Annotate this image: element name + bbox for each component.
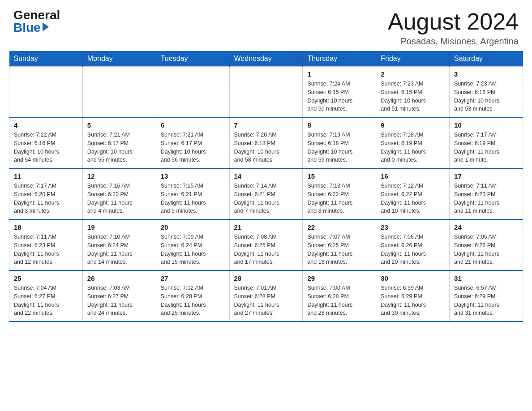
title-block: August 2024 Posadas, Misiones, Argentina xyxy=(388,9,519,47)
calendar-cell: 23Sunrise: 7:06 AMSunset: 6:26 PMDayligh… xyxy=(376,219,450,270)
calendar-cell: 30Sunrise: 6:59 AMSunset: 6:29 PMDayligh… xyxy=(376,270,450,321)
weekday-header-wednesday: Wednesday xyxy=(229,51,303,67)
week-row-2: 4Sunrise: 7:22 AMSunset: 6:16 PMDaylight… xyxy=(9,117,523,168)
day-number: 29 xyxy=(307,274,371,282)
calendar-cell: 9Sunrise: 7:18 AMSunset: 6:19 PMDaylight… xyxy=(376,117,450,168)
calendar-cell: 15Sunrise: 7:13 AMSunset: 6:22 PMDayligh… xyxy=(303,168,376,219)
calendar-cell: 28Sunrise: 7:01 AMSunset: 6:28 PMDayligh… xyxy=(229,270,303,321)
week-row-4: 18Sunrise: 7:11 AMSunset: 6:23 PMDayligh… xyxy=(9,219,523,270)
day-info: Sunrise: 7:04 AMSunset: 6:27 PMDaylight:… xyxy=(14,284,78,317)
day-info: Sunrise: 7:06 AMSunset: 6:26 PMDaylight:… xyxy=(381,233,445,266)
day-number: 5 xyxy=(87,121,151,129)
calendar-cell: 19Sunrise: 7:10 AMSunset: 6:24 PMDayligh… xyxy=(82,219,156,270)
calendar-cell: 2Sunrise: 7:23 AMSunset: 6:15 PMDaylight… xyxy=(376,67,450,118)
calendar-cell: 3Sunrise: 7:23 AMSunset: 6:16 PMDaylight… xyxy=(450,67,523,118)
day-info: Sunrise: 7:10 AMSunset: 6:24 PMDaylight:… xyxy=(87,233,151,266)
day-number: 11 xyxy=(14,172,78,180)
day-info: Sunrise: 7:21 AMSunset: 6:17 PMDaylight:… xyxy=(87,131,151,164)
calendar-cell: 18Sunrise: 7:11 AMSunset: 6:23 PMDayligh… xyxy=(9,219,83,270)
day-number: 23 xyxy=(381,223,445,231)
day-number: 12 xyxy=(87,172,151,180)
day-info: Sunrise: 7:00 AMSunset: 6:28 PMDaylight:… xyxy=(307,284,371,317)
calendar-cell: 7Sunrise: 7:20 AMSunset: 6:18 PMDaylight… xyxy=(229,117,303,168)
day-info: Sunrise: 7:19 AMSunset: 6:18 PMDaylight:… xyxy=(307,131,371,164)
day-info: Sunrise: 7:01 AMSunset: 6:28 PMDaylight:… xyxy=(234,284,298,317)
week-row-3: 11Sunrise: 7:17 AMSunset: 6:20 PMDayligh… xyxy=(9,168,523,219)
calendar-container: SundayMondayTuesdayWednesdayThursdayFrid… xyxy=(0,51,532,331)
day-info: Sunrise: 7:20 AMSunset: 6:18 PMDaylight:… xyxy=(234,131,298,164)
calendar-cell: 31Sunrise: 6:57 AMSunset: 6:29 PMDayligh… xyxy=(450,270,523,321)
weekday-header-thursday: Thursday xyxy=(303,51,376,67)
calendar-cell: 20Sunrise: 7:09 AMSunset: 6:24 PMDayligh… xyxy=(156,219,229,270)
calendar-cell: 10Sunrise: 7:17 AMSunset: 6:19 PMDayligh… xyxy=(450,117,523,168)
day-info: Sunrise: 6:59 AMSunset: 6:29 PMDaylight:… xyxy=(381,284,445,317)
day-number: 30 xyxy=(381,274,445,282)
day-number: 21 xyxy=(234,223,298,231)
day-number: 24 xyxy=(454,223,518,231)
day-info: Sunrise: 7:23 AMSunset: 6:16 PMDaylight:… xyxy=(454,80,518,113)
calendar-cell xyxy=(229,67,303,118)
logo-blue-text: Blue xyxy=(13,21,41,34)
day-info: Sunrise: 7:08 AMSunset: 6:25 PMDaylight:… xyxy=(234,233,298,266)
day-number: 27 xyxy=(161,274,225,282)
calendar-cell xyxy=(9,67,83,118)
weekday-header-monday: Monday xyxy=(82,51,156,67)
day-number: 8 xyxy=(307,121,371,129)
calendar-cell: 8Sunrise: 7:19 AMSunset: 6:18 PMDaylight… xyxy=(303,117,376,168)
month-title: August 2024 xyxy=(388,9,519,34)
day-number: 31 xyxy=(454,274,518,282)
calendar-cell: 24Sunrise: 7:05 AMSunset: 6:26 PMDayligh… xyxy=(450,219,523,270)
calendar-header: SundayMondayTuesdayWednesdayThursdayFrid… xyxy=(9,51,523,67)
calendar-cell: 21Sunrise: 7:08 AMSunset: 6:25 PMDayligh… xyxy=(229,219,303,270)
day-number: 19 xyxy=(87,223,151,231)
day-number: 16 xyxy=(381,172,445,180)
calendar-cell: 25Sunrise: 7:04 AMSunset: 6:27 PMDayligh… xyxy=(9,270,83,321)
calendar-cell: 27Sunrise: 7:02 AMSunset: 6:28 PMDayligh… xyxy=(156,270,229,321)
day-number: 3 xyxy=(454,70,518,78)
week-row-5: 25Sunrise: 7:04 AMSunset: 6:27 PMDayligh… xyxy=(9,270,523,321)
calendar-table: SundayMondayTuesdayWednesdayThursdayFrid… xyxy=(9,51,523,322)
day-number: 13 xyxy=(161,172,225,180)
logo-triangle-icon xyxy=(43,22,49,31)
calendar-cell: 14Sunrise: 7:14 AMSunset: 6:21 PMDayligh… xyxy=(229,168,303,219)
day-number: 25 xyxy=(14,274,78,282)
weekday-header-row: SundayMondayTuesdayWednesdayThursdayFrid… xyxy=(9,51,523,67)
day-number: 15 xyxy=(307,172,371,180)
weekday-header-tuesday: Tuesday xyxy=(156,51,229,67)
logo: General Blue xyxy=(13,9,60,34)
day-number: 1 xyxy=(307,70,371,78)
day-number: 7 xyxy=(234,121,298,129)
day-info: Sunrise: 7:15 AMSunset: 6:21 PMDaylight:… xyxy=(161,182,225,215)
day-info: Sunrise: 7:21 AMSunset: 6:17 PMDaylight:… xyxy=(161,131,225,164)
day-info: Sunrise: 7:02 AMSunset: 6:28 PMDaylight:… xyxy=(161,284,225,317)
day-info: Sunrise: 7:03 AMSunset: 6:27 PMDaylight:… xyxy=(87,284,151,317)
day-info: Sunrise: 7:17 AMSunset: 6:19 PMDaylight:… xyxy=(454,131,518,164)
calendar-cell: 29Sunrise: 7:00 AMSunset: 6:28 PMDayligh… xyxy=(303,270,376,321)
day-number: 2 xyxy=(381,70,445,78)
day-info: Sunrise: 7:22 AMSunset: 6:16 PMDaylight:… xyxy=(14,131,78,164)
day-number: 26 xyxy=(87,274,151,282)
calendar-cell: 22Sunrise: 7:07 AMSunset: 6:25 PMDayligh… xyxy=(303,219,376,270)
calendar-cell: 26Sunrise: 7:03 AMSunset: 6:27 PMDayligh… xyxy=(82,270,156,321)
day-number: 17 xyxy=(454,172,518,180)
calendar-cell: 16Sunrise: 7:12 AMSunset: 6:22 PMDayligh… xyxy=(376,168,450,219)
day-number: 18 xyxy=(14,223,78,231)
calendar-cell: 1Sunrise: 7:24 AMSunset: 6:15 PMDaylight… xyxy=(303,67,376,118)
day-info: Sunrise: 7:14 AMSunset: 6:21 PMDaylight:… xyxy=(234,182,298,215)
logo-general-text: General xyxy=(13,9,60,21)
page-header: General Blue August 2024 Posadas, Mision… xyxy=(0,0,532,51)
day-number: 10 xyxy=(454,121,518,129)
day-number: 28 xyxy=(234,274,298,282)
day-info: Sunrise: 7:11 AMSunset: 6:23 PMDaylight:… xyxy=(454,182,518,215)
day-info: Sunrise: 7:17 AMSunset: 6:20 PMDaylight:… xyxy=(14,182,78,215)
day-number: 6 xyxy=(161,121,225,129)
location-subtitle: Posadas, Misiones, Argentina xyxy=(388,36,519,47)
day-info: Sunrise: 7:24 AMSunset: 6:15 PMDaylight:… xyxy=(307,80,371,113)
day-info: Sunrise: 7:18 AMSunset: 6:19 PMDaylight:… xyxy=(381,131,445,164)
day-number: 14 xyxy=(234,172,298,180)
calendar-body: 1Sunrise: 7:24 AMSunset: 6:15 PMDaylight… xyxy=(9,67,523,322)
day-number: 20 xyxy=(161,223,225,231)
day-number: 22 xyxy=(307,223,371,231)
day-info: Sunrise: 7:11 AMSunset: 6:23 PMDaylight:… xyxy=(14,233,78,266)
day-info: Sunrise: 7:12 AMSunset: 6:22 PMDaylight:… xyxy=(381,182,445,215)
